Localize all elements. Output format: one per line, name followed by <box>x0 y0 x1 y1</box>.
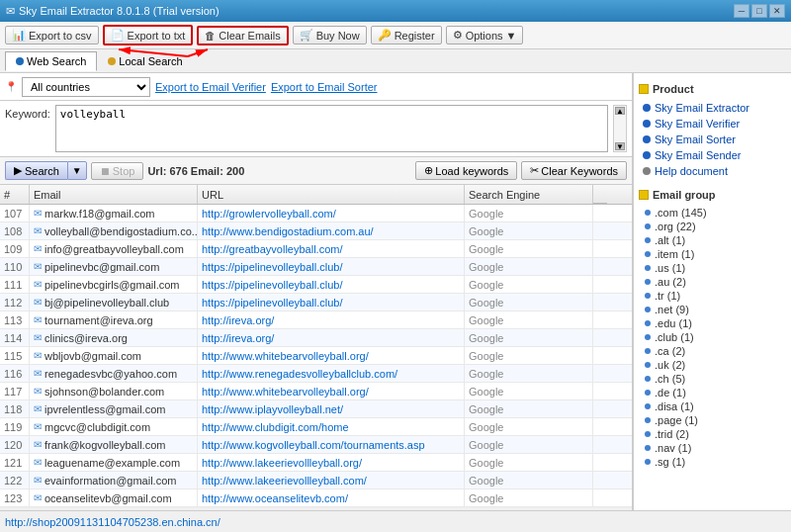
email-group-bullet <box>645 459 651 465</box>
table-row[interactable]: 116 ✉renegadesvbc@yahoo.com http://www.r… <box>0 365 632 383</box>
email-group-item[interactable]: .nav (1) <box>639 441 786 455</box>
email-group-item[interactable]: .edu (1) <box>639 316 786 330</box>
cell-num: 115 <box>0 347 30 364</box>
scrollbar-up[interactable]: ▲ <box>615 107 625 115</box>
location-select[interactable]: All countries <box>22 77 150 97</box>
local-search-dot <box>108 57 116 65</box>
email-group-item[interactable]: .disa (1) <box>639 399 786 413</box>
options-button[interactable]: ⚙ Options ▼ <box>446 26 524 44</box>
toolbar: 📊 Export to csv 📄 Export to txt 🗑 Clear … <box>0 22 791 49</box>
email-group-item[interactable]: .sg (1) <box>639 455 786 469</box>
export-txt-button[interactable]: 📄 Export to txt <box>103 25 194 45</box>
email-group-item[interactable]: .org (22) <box>639 220 786 233</box>
table-row[interactable]: 112 ✉bj@pipelinevolleyball.club https://… <box>0 294 632 311</box>
export-csv-icon: 📊 <box>12 29 26 42</box>
product-item[interactable]: Sky Email Sender <box>639 147 786 163</box>
email-group-item[interactable]: .ca (2) <box>639 344 786 358</box>
cart-icon: 🛒 <box>300 29 313 42</box>
email-group-item[interactable]: .ch (5) <box>639 372 786 386</box>
table-row[interactable]: 115 ✉wbljovb@gmail.com http://www.whiteb… <box>0 347 632 365</box>
table-row[interactable]: 109 ✉info@greatbayvolleyball.com http://… <box>0 240 632 258</box>
table-row[interactable]: 111 ✉pipelinevbcgirls@gmail.com https://… <box>0 276 632 294</box>
search-dropdown-arrow[interactable]: ▼ <box>67 161 87 180</box>
cell-url: http://www.whitebearvolleyball.org/ <box>198 347 465 364</box>
table-row[interactable]: 117 ✉sjohnson@bolander.com http://www.wh… <box>0 383 632 400</box>
table-row[interactable]: 110 ✉pipelinevbc@gmail.com https://pipel… <box>0 258 632 276</box>
email-icon: ✉ <box>34 297 42 308</box>
email-group-bullet <box>645 293 651 299</box>
scrollbar-down[interactable]: ▼ <box>615 142 625 150</box>
search-main-button[interactable]: ▶ Search <box>5 161 67 180</box>
key-icon: 🔑 <box>378 29 392 42</box>
product-label: Sky Email Extractor <box>655 102 749 114</box>
register-button[interactable]: 🔑 Register <box>371 26 442 44</box>
email-group-item[interactable]: .us (1) <box>639 261 786 275</box>
table-row[interactable]: 107 ✉markw.f18@gmail.com http://growlerv… <box>0 205 632 222</box>
product-section-title: Product <box>639 83 786 95</box>
load-icon: ⊕ <box>424 164 433 177</box>
email-icon: ✉ <box>34 475 42 486</box>
table-row[interactable]: 122 ✉evainformation@gmail.com http://www… <box>0 472 632 489</box>
location-icon: 📍 <box>5 81 17 92</box>
load-keywords-button[interactable]: ⊕ Load keywords <box>415 161 517 180</box>
email-group-bullet <box>645 348 651 354</box>
email-group-bullet <box>645 445 651 451</box>
email-group-item[interactable]: .uk (2) <box>639 358 786 372</box>
table-body[interactable]: 107 ✉markw.f18@gmail.com http://growlerv… <box>0 205 632 510</box>
email-icon: ✉ <box>34 457 42 468</box>
email-group-bullet <box>645 320 651 326</box>
email-group-label: .au (2) <box>655 276 686 288</box>
cell-url: http://growlervolleyball.com/ <box>198 205 465 222</box>
minimize-button[interactable]: ─ <box>734 4 749 18</box>
email-icon: ✉ <box>34 386 42 397</box>
cell-num: 108 <box>0 222 30 239</box>
search-split-button[interactable]: ▶ Search ▼ <box>5 161 87 180</box>
product-item[interactable]: Help document <box>639 163 786 179</box>
email-group-label: .net (9) <box>655 304 689 315</box>
email-group-label: .club (1) <box>655 331 694 343</box>
email-group-list: .com (145) .org (22) .alt (1) .item (1) … <box>639 206 786 469</box>
buy-now-button[interactable]: 🛒 Buy Now <box>293 26 367 44</box>
email-group-item[interactable]: .page (1) <box>639 413 786 427</box>
product-item[interactable]: Sky Email Sorter <box>639 132 786 147</box>
th-scrollbar <box>593 185 607 204</box>
email-group-item[interactable]: .de (1) <box>639 386 786 399</box>
close-button[interactable]: ✕ <box>769 4 785 18</box>
table-row[interactable]: 121 ✉leaguename@example.com http://www.l… <box>0 454 632 472</box>
email-group-item[interactable]: .item (1) <box>639 247 786 261</box>
export-verifier-link[interactable]: Export to Email Verifier <box>155 81 266 93</box>
email-group-item[interactable]: .trid (2) <box>639 427 786 441</box>
email-group-item[interactable]: .tr (1) <box>639 289 786 303</box>
product-item[interactable]: Sky Email Verifier <box>639 116 786 132</box>
tab-local-search[interactable]: Local Search <box>97 51 193 70</box>
table-row[interactable]: 113 ✉tournament@ireva.org http://ireva.o… <box>0 311 632 329</box>
table-row[interactable]: 123 ✉oceanselitevb@gmail.com http://www.… <box>0 489 632 507</box>
clear-emails-icon: 🗑 <box>205 30 216 42</box>
cell-email: ✉bj@pipelinevolleyball.club <box>30 294 198 310</box>
email-group-item[interactable]: .net (9) <box>639 303 786 316</box>
cell-url: http://www.lakeerievollleyball.org/ <box>198 454 465 471</box>
table-row[interactable]: 108 ✉volleyball@bendigostadium.co... htt… <box>0 222 632 240</box>
export-csv-button[interactable]: 📊 Export to csv <box>5 26 99 44</box>
email-group-item[interactable]: .alt (1) <box>639 233 786 247</box>
email-group-item[interactable]: .au (2) <box>639 275 786 289</box>
cell-engine: Google <box>465 222 593 239</box>
email-group-label: .org (22) <box>655 221 696 232</box>
table-row[interactable]: 114 ✉clinics@ireva.org http://ireva.org/… <box>0 329 632 347</box>
stop-button[interactable]: ⏹ Stop <box>91 162 144 180</box>
table-row[interactable]: 120 ✉frank@kogvolleyball.com http://www.… <box>0 436 632 454</box>
table-row[interactable]: 118 ✉ipvrelentless@gmail.com http://www.… <box>0 400 632 418</box>
clear-emails-button[interactable]: 🗑 Clear Emails <box>197 26 288 45</box>
maximize-button[interactable]: □ <box>751 4 767 18</box>
product-item[interactable]: Sky Email Extractor <box>639 100 786 116</box>
email-group-item[interactable]: .club (1) <box>639 330 786 344</box>
tab-web-search[interactable]: Web Search <box>5 51 97 71</box>
table-row[interactable]: 119 ✉mgcvc@clubdigit.com http://www.club… <box>0 418 632 436</box>
export-sorter-link[interactable]: Export to Email Sorter <box>271 81 378 93</box>
product-label: Help document <box>655 165 728 177</box>
cell-num: 119 <box>0 418 30 435</box>
email-group-item[interactable]: .com (145) <box>639 206 786 220</box>
clear-keywords-button[interactable]: ✂ Clear Keywords <box>521 161 627 180</box>
keyword-input[interactable]: volleyball <box>55 105 608 152</box>
keyword-scrollbar[interactable]: ▲ ▼ <box>613 105 627 152</box>
